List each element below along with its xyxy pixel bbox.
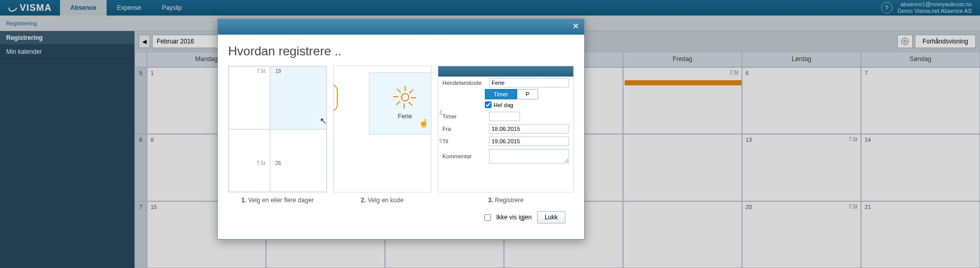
mini-calendar xyxy=(229,66,326,192)
fra-input[interactable] xyxy=(489,124,569,133)
modal-title: Hvordan registrere .. xyxy=(228,44,574,58)
step-2: Ferie ☝ 2. Velg en kode xyxy=(333,66,432,206)
mini-day-26: 26 xyxy=(275,160,281,166)
sun-icon xyxy=(395,87,415,108)
fra-label: Fra xyxy=(442,126,485,132)
hendelseskode-label: Hendelseskode xyxy=(442,80,485,86)
cursor-arrow-icon: ↖ xyxy=(320,116,326,126)
timer-input[interactable] xyxy=(489,112,520,121)
steps-row: 7.5t 19 7.5t 26 ↖ 1. Velg en eller flere… xyxy=(228,66,574,206)
dont-show-checkbox[interactable] xyxy=(484,214,491,221)
tab-p[interactable]: P xyxy=(517,89,538,99)
step3-caption: 3. Registrere xyxy=(438,192,574,206)
kommentar-input[interactable] xyxy=(489,149,569,163)
cursor-hand-icon: ☝ xyxy=(419,118,429,128)
close-button[interactable]: Lukk xyxy=(537,211,566,224)
kommentar-label: Kommentar xyxy=(442,153,485,159)
hendelseskode-input[interactable] xyxy=(489,78,569,87)
partial-card-icon xyxy=(333,84,338,112)
step-1: 7.5t 19 7.5t 26 ↖ 1. Velg en eller flere… xyxy=(228,66,327,206)
til-input[interactable] xyxy=(489,137,569,146)
modal-close-button[interactable]: ✕ xyxy=(571,22,580,32)
step-3: Hendelseskode Timer P Hel dag Timer Fra … xyxy=(438,66,574,206)
step1-caption: 1. Velg en eller flere dager xyxy=(228,192,327,206)
mini-hours-2: 7.5t xyxy=(257,160,265,166)
onboarding-modal: ✕ Hvordan registrere .. 7.5t 19 7.5t 26 … xyxy=(217,19,585,240)
heldag-label: Hel dag xyxy=(494,102,513,108)
til-label: Til xyxy=(442,138,485,144)
step2-caption: 2. Velg en kode xyxy=(333,192,432,206)
mini-day-19: 19 xyxy=(275,68,281,74)
mini-form-header xyxy=(438,66,573,77)
mini-hours-1: 7.5t xyxy=(257,68,265,74)
timer-label: Timer xyxy=(442,113,485,120)
dont-show-label: Ikke vis igjen xyxy=(496,214,532,221)
heldag-checkbox[interactable] xyxy=(485,101,492,108)
modal-titlebar: ✕ xyxy=(218,19,584,35)
modal-footer: Ikke vis igjen Lukk xyxy=(228,206,574,231)
unit-tabs: Timer P xyxy=(485,89,573,99)
ferie-label: Ferie xyxy=(398,113,412,120)
tab-timer[interactable]: Timer xyxy=(485,89,517,99)
